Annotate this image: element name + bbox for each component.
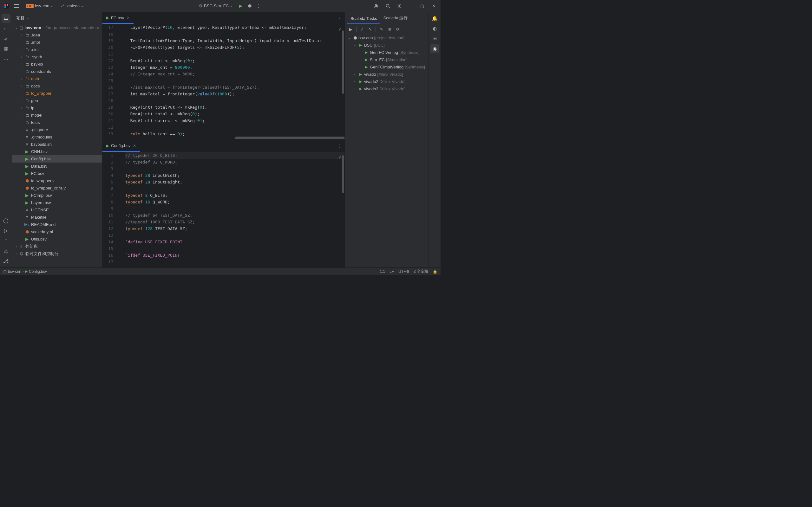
task-row[interactable]: ▶GenFCImplVerilog[Synthesis] <box>345 63 428 71</box>
code-line[interactable] <box>125 31 345 38</box>
tree-scratches[interactable]: › ⌬ 临时文件和控制台 <box>12 250 102 257</box>
more-actions-button[interactable]: ⋮ <box>254 2 263 10</box>
chevron-right-icon[interactable]: › <box>14 245 18 248</box>
code-line[interactable]: Integer max_cnt = 800000; <box>125 64 345 71</box>
settings-icon[interactable] <box>395 2 404 10</box>
minimize-button[interactable]: — <box>406 2 415 10</box>
pull-requests-icon[interactable]: ⎆ <box>2 34 10 43</box>
tree-file[interactable]: ≡bsvbuild.sh <box>12 141 102 148</box>
tree-file[interactable]: ▶Data.bsv <box>12 163 102 170</box>
task-row[interactable]: ⌄▶BSC[BSC] <box>345 42 428 49</box>
edit-icon[interactable]: ✎ <box>378 26 385 33</box>
code-line[interactable]: //int maxTotal = fromInteger(valueOf(TES… <box>125 84 345 91</box>
task-row[interactable]: ▶Sim_FC[Simulation] <box>345 56 428 63</box>
chevron-right-icon[interactable]: › <box>20 55 24 59</box>
code-line[interactable] <box>125 124 345 130</box>
tree-file[interactable]: ≡.gitignore <box>12 126 102 133</box>
chevron-icon[interactable]: › <box>354 80 358 83</box>
project-tree[interactable]: ⌄ ▢ bsv-cnn ~/programs/scaleda-sample-pr… <box>12 24 102 268</box>
chevron-right-icon[interactable]: › <box>20 121 24 124</box>
line-ending[interactable]: LF <box>390 269 394 274</box>
tab-scaleda-run[interactable]: Scaleda 运行 <box>380 13 411 24</box>
breadcrumb-item[interactable]: bsv-cnn <box>8 269 21 274</box>
chevron-right-icon[interactable]: › <box>20 99 24 102</box>
chevron-down-icon[interactable]: ⌄ <box>14 26 18 30</box>
task-row[interactable]: ⌄⬢bsv-cnn[project bsv-cnn] <box>345 34 428 42</box>
code-line[interactable]: TestData_ifc#(ElementType, InputWidth, I… <box>125 38 345 44</box>
tree-file[interactable]: ▶Config.bsv <box>12 155 102 163</box>
code-line[interactable]: // Integer max_cnt = 3000; <box>125 71 345 77</box>
code-line[interactable]: Reg#(int) cnt <- mkReg(0); <box>125 57 345 64</box>
close-window-button[interactable]: ✕ <box>429 2 438 10</box>
chevron-icon[interactable]: ⌄ <box>348 36 352 40</box>
breadcrumb[interactable]: ▢ bsv-cnn › ▶ Config.bsv <box>3 269 47 274</box>
code-line[interactable]: Reg#(int) correct <- mkReg(0); <box>125 117 345 124</box>
code-line[interactable]: // typedef 64 TEST_DATA_SZ; <box>125 212 345 219</box>
tree-folder[interactable]: ›🗀.impl <box>12 39 102 46</box>
tab-menu-button[interactable]: ⋮ <box>334 12 345 24</box>
code-line[interactable]: FIFOF#(ResultType) targets <- mkSizedFIF… <box>125 44 345 51</box>
task-row[interactable]: ›▶vivado[Xilinx Vivado] <box>345 71 428 78</box>
chevron-right-icon[interactable]: › <box>20 113 24 117</box>
expand-all-icon[interactable]: ⤢ <box>358 26 365 33</box>
inspection-status-icon[interactable]: ✔ <box>339 26 341 33</box>
tab-scaleda-tasks[interactable]: Scaleda Tasks <box>347 14 380 24</box>
close-tab-icon[interactable]: ✕ <box>126 15 130 20</box>
cursor-position[interactable]: 1:1 <box>380 269 385 274</box>
editor-tab-config[interactable]: ▶ Config.bsv ✕ <box>102 140 140 152</box>
commit-tool-icon[interactable]: ◦─ <box>2 24 10 33</box>
notifications-icon[interactable]: 🔔 <box>430 14 439 23</box>
vertical-scrollbar[interactable] <box>341 24 345 140</box>
search-icon[interactable] <box>384 2 392 10</box>
project-dropdown[interactable]: BC bsv-cnn ⌄ <box>23 2 55 9</box>
problems-icon[interactable]: ⚠ <box>2 246 10 256</box>
code-content[interactable]: Layer#(Vector#(10, ElementType), ResultT… <box>118 24 345 140</box>
code-line[interactable]: Layer#(Vector#(10, ElementType), ResultT… <box>125 24 345 31</box>
code-with-me-icon[interactable] <box>372 2 381 10</box>
vcs-icon[interactable]: ⎇ <box>2 257 10 266</box>
maximize-button[interactable]: ▢ <box>418 2 426 10</box>
tree-folder[interactable]: ›🗀data <box>12 75 102 82</box>
code-line[interactable] <box>125 245 345 252</box>
horizontal-scrollbar[interactable] <box>235 136 345 139</box>
tree-external-libs[interactable]: › ⫴ 外部库 <box>12 243 102 250</box>
tree-folder[interactable]: ›🗀.idea <box>12 32 102 39</box>
code-line[interactable] <box>125 77 345 84</box>
code-line[interactable]: typedef 28 InputWidth; <box>125 172 345 179</box>
vertical-scrollbar[interactable] <box>341 152 345 268</box>
tree-folder[interactable]: ›🗀ip <box>12 104 102 112</box>
code-line[interactable]: typedef 28 InputHeight; <box>125 179 345 185</box>
tree-folder[interactable]: ›🗀.synth <box>12 53 102 60</box>
tree-folder[interactable]: ›🗀docs <box>12 82 102 90</box>
scaleda-tool-icon[interactable]: ◐ <box>430 24 439 33</box>
tree-file[interactable]: ⬢scaleda.yml <box>12 228 102 235</box>
tree-file[interactable]: ≡.gitmodules <box>12 133 102 141</box>
project-tool-icon[interactable]: ▭ <box>2 14 10 23</box>
services-icon[interactable]: ◯ <box>2 216 10 225</box>
code-line[interactable] <box>125 51 345 57</box>
refresh-icon[interactable]: ⟳ <box>394 26 401 33</box>
tree-file[interactable]: ▶Utils.bsv <box>12 235 102 243</box>
chevron-right-icon[interactable]: › <box>20 62 24 66</box>
code-line[interactable]: `define USE_FIXED_POINT <box>125 239 345 245</box>
code-line[interactable]: Reg#(int) total <- mkReg(0); <box>125 111 345 117</box>
code-editor-bottom[interactable]: 1234567891011121314151617 // typedef 20 … <box>102 152 345 268</box>
code-line[interactable] <box>125 205 345 212</box>
code-line[interactable]: int maxTotal = fromInteger(valueOf(1000)… <box>125 91 345 97</box>
chevron-right-icon[interactable]: › <box>20 84 24 88</box>
task-row[interactable]: ›▶vivado2[Xilinx Vivado] <box>345 78 428 85</box>
task-row[interactable]: ▶Gen FC Verilog[Synthesis] <box>345 49 428 56</box>
tree-file[interactable]: ▶Layers.bsv <box>12 199 102 206</box>
close-tab-icon[interactable]: ✕ <box>133 144 136 148</box>
chevron-icon[interactable]: ⌄ <box>354 43 358 47</box>
project-panel-header[interactable]: 项目 ⌄ <box>12 12 102 24</box>
run-button[interactable]: ▶ <box>236 2 245 10</box>
scaleda-tasks-icon[interactable]: ◉ <box>430 44 439 53</box>
terminal-icon[interactable]: ⌷ <box>2 236 10 245</box>
breadcrumb-item[interactable]: Config.bsv <box>29 269 47 274</box>
code-line[interactable]: // typedef 20 Q_BITS; <box>125 152 345 159</box>
chevron-right-icon[interactable]: › <box>20 106 24 110</box>
chevron-right-icon[interactable]: › <box>14 252 18 256</box>
chevron-right-icon[interactable]: › <box>20 70 24 73</box>
run-task-icon[interactable]: ▶ <box>347 26 354 33</box>
